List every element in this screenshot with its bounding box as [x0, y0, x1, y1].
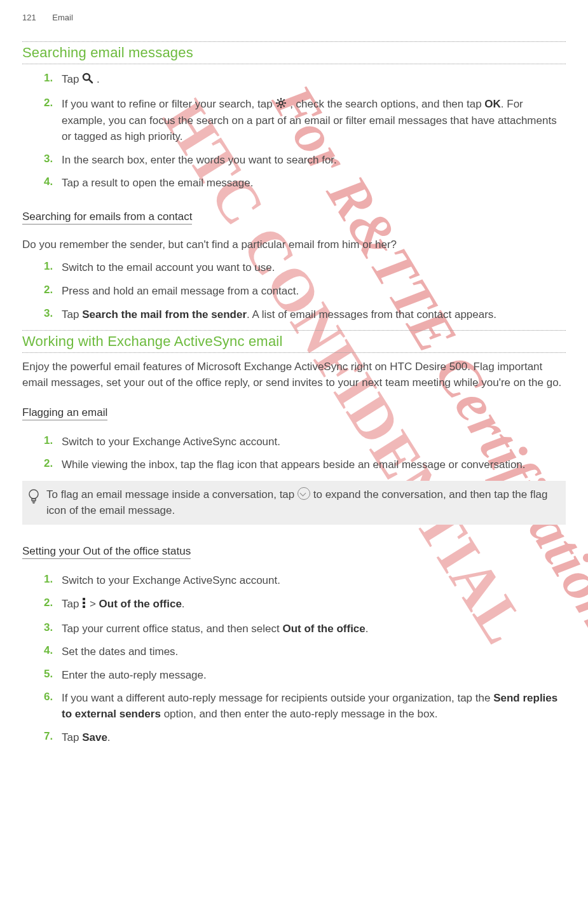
text-fragment: Tap your current office status, and then…	[62, 623, 282, 635]
step-number: 3.	[44, 307, 62, 320]
svg-line-7	[278, 99, 279, 100]
divider	[22, 330, 566, 331]
step-number: 3.	[44, 153, 62, 165]
text-fragment: To flag an email message inside a conver…	[46, 488, 297, 501]
step-text: Switch to the email account you want to …	[62, 260, 566, 276]
steps-list: 1. Switch to your Exchange ActiveSync ac…	[22, 434, 566, 473]
list-item: 3. Tap Search the mail from the sender. …	[22, 307, 566, 323]
svg-line-8	[284, 105, 285, 106]
list-item: 2. Press and hold an email message from …	[22, 284, 566, 300]
step-text: Tap > Out of the office.	[62, 597, 566, 614]
page-content: 121 Email Searching email messages 1. Ta…	[0, 0, 588, 772]
text-fragment: . A list of email messages from that con…	[247, 308, 496, 321]
step-text: Switch to your Exchange ActiveSync accou…	[62, 573, 566, 589]
subheading-out-of-office: Setting your Out of the office status	[22, 545, 191, 559]
text-fragment: Tap	[62, 731, 82, 743]
text-fragment: .	[366, 623, 369, 635]
svg-line-9	[278, 105, 279, 106]
list-item: 6. If you want a different auto-reply me…	[22, 691, 566, 722]
step-number: 1.	[44, 573, 62, 586]
text-fragment: .	[107, 731, 111, 743]
list-item: 1. Switch to the email account you want …	[22, 260, 566, 276]
search-icon	[82, 73, 93, 89]
list-item: 2. If you want to refine or filter your …	[22, 97, 566, 145]
tip-box: To flag an email message inside a conver…	[22, 481, 566, 525]
tip-text: To flag an email message inside a conver…	[46, 487, 559, 518]
step-number: 4.	[44, 644, 62, 657]
section-title-searching: Searching email messages	[22, 45, 566, 61]
text-fragment: Tap	[62, 73, 82, 85]
step-number: 1.	[44, 72, 62, 85]
step-text: Enter the auto-reply message.	[62, 668, 566, 684]
section-title-activesync: Working with Exchange ActiveSync email	[22, 333, 566, 350]
list-item: 2. Tap > Out of the office.	[22, 597, 566, 614]
intro-text: Do you remember the sender, but can't fi…	[22, 237, 566, 253]
list-item: 4. Set the dates and times.	[22, 644, 566, 660]
text-fragment: If you want a different auto-reply messa…	[62, 692, 493, 704]
step-text: Tap your current office status, and then…	[62, 621, 566, 637]
text-fragment: .	[182, 598, 185, 610]
svg-rect-17	[83, 605, 85, 608]
page-number: 121	[22, 13, 36, 22]
steps-list: 1. Switch to your Exchange ActiveSync ac…	[22, 573, 566, 745]
text-fragment: >	[90, 598, 99, 610]
step-text: Tap a result to open the email message.	[62, 176, 566, 191]
bold-text: OK	[484, 98, 501, 110]
subheading-flagging: Flagging an email	[22, 406, 107, 420]
step-number: 2.	[44, 284, 62, 296]
svg-rect-15	[83, 598, 85, 600]
step-text: While viewing the inbox, tap the flag ic…	[62, 457, 566, 473]
svg-point-11	[29, 490, 38, 499]
divider	[22, 41, 566, 42]
bold-text: Out of the office	[99, 598, 182, 610]
list-item: 7. Tap Save.	[22, 730, 566, 746]
step-number: 6.	[44, 691, 62, 703]
menu-dots-icon	[82, 597, 86, 614]
page-header: 121 Email	[22, 13, 566, 22]
svg-rect-16	[83, 602, 85, 604]
step-text: Press and hold an email message from a c…	[62, 284, 566, 300]
divider	[22, 64, 566, 64]
chapter-title: Email	[52, 13, 73, 22]
list-item: 3. Tap your current office status, and t…	[22, 621, 566, 637]
list-item: 5. Enter the auto-reply message.	[22, 668, 566, 684]
gear-icon	[275, 97, 287, 114]
bold-text: Out of the office	[282, 623, 365, 635]
steps-list: 1. Tap . 2. If you want to refine or fil…	[22, 72, 566, 191]
step-text: If you want to refine or filter your sea…	[62, 97, 566, 145]
step-number: 7.	[44, 730, 62, 743]
subheading-search-contact: Searching for emails from a contact	[22, 211, 192, 224]
list-item: 1. Switch to your Exchange ActiveSync ac…	[22, 434, 566, 450]
step-number: 2.	[44, 457, 62, 470]
bold-text: Search the mail from the sender	[82, 308, 247, 321]
list-item: 1. Tap .	[22, 72, 566, 89]
step-number: 1.	[44, 260, 62, 273]
svg-rect-12	[32, 499, 36, 501]
step-text: Set the dates and times.	[62, 644, 566, 660]
text-fragment: If you want to refine or filter your sea…	[62, 98, 275, 110]
text-fragment: Tap	[62, 308, 82, 321]
svg-line-1	[89, 79, 92, 83]
intro-text: Enjoy the powerful email features of Mic…	[22, 359, 566, 390]
step-text: In the search box, enter the words you w…	[62, 153, 566, 169]
list-item: 4. Tap a result to open the email messag…	[22, 176, 566, 191]
step-text: If you want a different auto-reply messa…	[62, 691, 566, 722]
step-number: 1.	[44, 434, 62, 447]
text-fragment: .	[97, 73, 100, 85]
step-number: 3.	[44, 621, 62, 634]
text-fragment: Tap	[62, 598, 82, 610]
list-item: 3. In the search box, enter the words yo…	[22, 153, 566, 169]
step-number: 2.	[44, 597, 62, 609]
text-fragment: , check the search options, and then tap	[290, 98, 484, 110]
steps-list: 1. Switch to the email account you want …	[22, 260, 566, 322]
step-number: 5.	[44, 668, 62, 680]
step-number: 4.	[44, 176, 62, 188]
step-number: 2.	[44, 97, 62, 109]
step-text: Switch to your Exchange ActiveSync accou…	[62, 434, 566, 450]
lightbulb-icon	[27, 487, 46, 508]
bold-text: Save	[82, 731, 107, 743]
svg-point-2	[279, 101, 283, 105]
text-fragment: option, and then enter the auto-reply me…	[161, 708, 438, 720]
list-item: 1. Switch to your Exchange ActiveSync ac…	[22, 573, 566, 589]
step-text: Tap .	[62, 72, 566, 89]
